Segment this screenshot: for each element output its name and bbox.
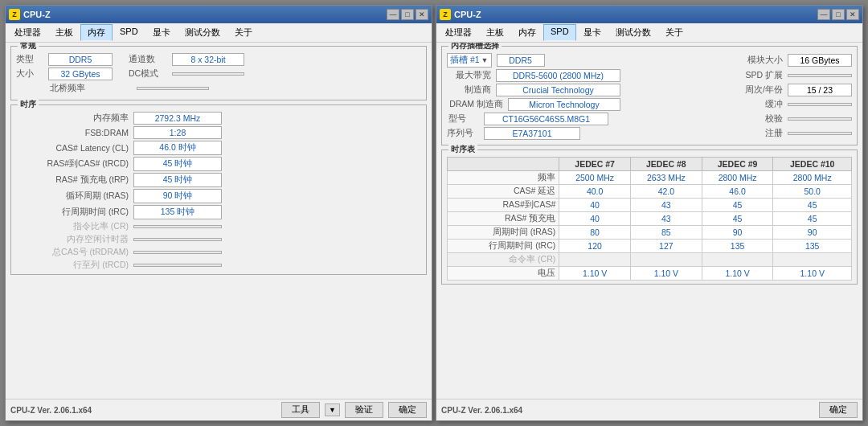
verify-value [788,117,852,121]
table-row-cr: 命令率 (CR) [448,253,852,267]
tab-spd-1[interactable]: SPD [113,24,145,41]
window-controls-2: — □ ✕ [817,9,859,20]
slot-dropdown-icon: ▼ [481,56,489,64]
col-header-empty [448,158,559,171]
tab-memory-2[interactable]: 内存 [511,24,543,41]
tab-spd-2[interactable]: SPD [543,24,576,41]
cr-value [133,225,222,228]
slot-row1: 插槽 #1 ▼ DDR5 模块大小 16 GBytes [447,53,852,68]
close-btn-2[interactable]: ✕ [846,9,859,20]
module-size-label: 模块大小 [747,55,783,66]
tab-cpu-2[interactable]: 处理器 [438,24,479,41]
cr-j7 [559,253,631,267]
trc-label: 行周期时间 (tRC) [16,207,129,218]
tab-about-2[interactable]: 关于 [658,24,690,41]
tab-about-1[interactable]: 关于 [227,24,260,41]
maximize-btn-2[interactable]: □ [832,9,845,20]
tab-bench-1[interactable]: 测试分数 [178,24,227,41]
table-row-trp: RAS# 预充电 40 43 45 45 [448,212,852,226]
register-value [788,132,852,135]
timing-table-content: JEDEC #7 JEDEC #8 JEDEC #9 JEDEC #10 频率 … [447,157,852,281]
week-year-value: 15 / 23 [788,84,852,96]
model-label: 型号 [447,113,466,125]
model-value: CT16G56C46S5.M8G1 [484,113,608,125]
group-timing-table-title: 时序表 [448,144,477,155]
trdram-label: 总CAS号 (tRDRAM) [16,247,129,258]
table-row-trcd: RAS#到CAS# 40 43 45 45 [448,199,852,212]
mem-freq-label: 内存频率 [16,113,129,124]
idle-value [133,238,222,241]
trp-j7: 40 [559,212,631,226]
col-header-jedec9: JEDEC #9 [702,158,773,171]
slot-label: 插槽 #1 [450,55,480,66]
row-label-trcd: RAS#到CAS# [448,199,559,212]
group-slot: 内存插槽选择 插槽 #1 ▼ DDR5 模块大小 16 GBytes 最大带宽 … [441,46,858,145]
freq-j10: 2800 MHz [773,171,852,185]
serial-value: E7A37101 [484,127,580,140]
slot-row5: 型号 CT16G56C46S5.M8G1 校验 [447,113,852,125]
trcd-value: 45 时钟 [133,157,222,171]
col-header-jedec10: JEDEC #10 [773,158,852,171]
row-col-label: 行至列 (tRCD) [16,260,129,271]
minimize-btn-1[interactable]: — [387,9,399,20]
trcd-j7: 40 [559,199,631,212]
row-label-voltage: 电压 [448,267,559,281]
version-1: CPU-Z Ver. 2.06.1.x64 [10,406,92,415]
tab-bench-2[interactable]: 测试分数 [608,24,658,41]
tras-value: 90 时钟 [133,189,222,203]
cl-j9: 46.0 [702,185,773,199]
cl-j7: 40.0 [559,185,631,199]
tab-gpu-1[interactable]: 显卡 [145,24,178,41]
app-icon-2: Z [440,9,451,20]
buffer-value [788,103,852,106]
menu-bar-1: 处理器 主板 内存 SPD 显卡 测试分数 关于 [6,23,432,43]
trcd-label: RAS#到CAS# (tRCD) [16,158,129,170]
nb-value [137,87,209,90]
row-label-tras: 周期时间 (tRAS) [448,226,559,240]
tras-j7: 80 [559,226,631,240]
mfr-value: Crucial Technology [496,84,620,96]
trc-j10: 135 [773,240,852,253]
ok-btn-2[interactable]: 确定 [819,402,858,418]
volt-j9: 1.10 V [702,267,773,281]
ok-btn-1[interactable]: 确定 [388,402,427,418]
cl-j10: 50.0 [773,185,852,199]
table-row-cl: CAS# 延迟 40.0 42.0 46.0 50.0 [448,185,852,199]
row-label-cl: CAS# 延迟 [448,185,559,199]
tab-mainboard-1[interactable]: 主板 [48,24,80,41]
dc-label: DC模式 [129,68,169,80]
mfr-label: 制造商 [447,84,491,96]
dram-mfr-value: Micron Technology [508,98,620,111]
row-label-cr: 命令率 (CR) [448,253,559,267]
trc-j9: 135 [702,240,773,253]
group-timing-table: 时序表 JEDEC #7 JEDEC #8 JEDEC #9 JEDEC #10 [441,150,858,285]
normal-row-type: 类型 DDR5 通道数 8 x 32-bit [16,53,421,66]
cl-j8: 42.0 [630,185,702,199]
trcd-j9: 45 [702,199,773,212]
group-slot-title: 内存插槽选择 [448,43,502,51]
maximize-btn-1[interactable]: □ [401,9,414,20]
tab-mainboard-2[interactable]: 主板 [479,24,511,41]
freq-j8: 2633 MHz [630,171,702,185]
trp-j9: 45 [702,212,773,226]
idle-label: 内存空闲计时器 [16,234,129,245]
tools-btn-1[interactable]: 工具 [281,402,320,418]
close-btn-1[interactable]: ✕ [416,9,428,20]
tras-label: 循环周期 (tRAS) [16,190,129,202]
tools-arrow-1[interactable]: ▼ [325,403,340,416]
window-controls-1: — □ ✕ [387,9,428,20]
tab-cpu-1[interactable]: 处理器 [7,24,48,41]
size-label: 大小 [16,68,45,80]
ddr-type: DDR5 [497,54,545,67]
menu-bar-2: 处理器 主板 内存 SPD 显卡 测试分数 关于 [436,23,862,43]
minimize-btn-2[interactable]: — [817,9,830,20]
validate-btn-1[interactable]: 验证 [345,402,383,418]
window-memory: Z CPU-Z — □ ✕ 处理器 主板 内存 SPD 显卡 测试分数 关于 常… [5,5,432,421]
tab-memory-1[interactable]: 内存 [80,24,113,41]
cl-label: CAS# Latency (CL) [16,143,129,153]
register-label: 注册 [765,128,783,139]
slot-selector[interactable]: 插槽 #1 ▼ [447,53,492,68]
tab-gpu-2[interactable]: 显卡 [576,24,608,41]
timing-table: JEDEC #7 JEDEC #8 JEDEC #9 JEDEC #10 频率 … [447,157,852,281]
spd-ext-label: SPD 扩展 [745,70,783,81]
